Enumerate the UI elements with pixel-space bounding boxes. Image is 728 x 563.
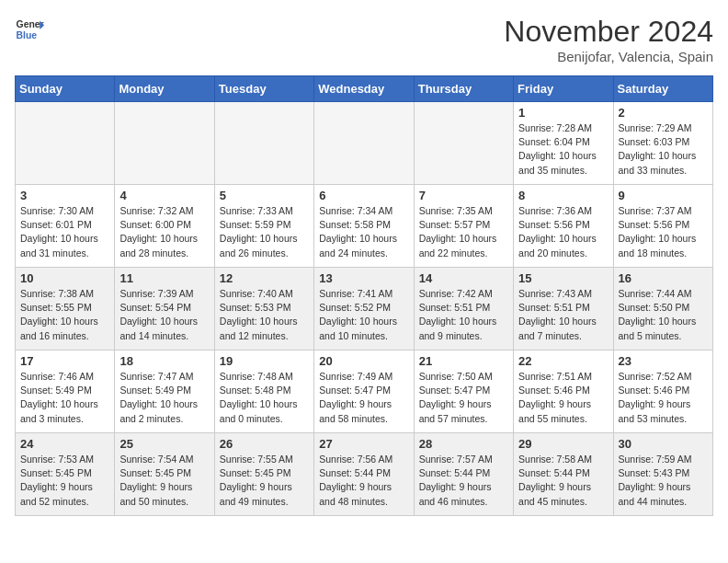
day-info: Sunrise: 7:46 AMSunset: 5:49 PMDaylight:… [20, 370, 109, 426]
day-number: 13 [319, 271, 408, 285]
day-info: Sunrise: 7:48 AMSunset: 5:48 PMDaylight:… [220, 370, 309, 426]
weekday-header-thursday: Thursday [414, 76, 513, 102]
day-number: 17 [20, 354, 109, 368]
calendar-cell: 14Sunrise: 7:42 AMSunset: 5:51 PMDayligh… [414, 268, 513, 350]
calendar-cell [214, 102, 313, 185]
day-info: Sunrise: 7:30 AMSunset: 6:01 PMDaylight:… [20, 204, 109, 260]
calendar-cell: 23Sunrise: 7:52 AMSunset: 5:46 PMDayligh… [613, 350, 712, 433]
title-block: November 2024 Benijofar, Valencia, Spain [504, 15, 713, 64]
day-info: Sunrise: 7:50 AMSunset: 5:47 PMDaylight:… [419, 370, 508, 426]
calendar-table: SundayMondayTuesdayWednesdayThursdayFrid… [15, 75, 713, 516]
day-number: 30 [619, 437, 708, 451]
calendar-week-5: 24Sunrise: 7:53 AMSunset: 5:45 PMDayligh… [16, 433, 713, 516]
calendar-week-2: 3Sunrise: 7:30 AMSunset: 6:01 PMDaylight… [16, 185, 713, 268]
calendar-cell: 30Sunrise: 7:59 AMSunset: 5:43 PMDayligh… [613, 433, 712, 516]
day-number: 16 [619, 271, 708, 285]
calendar-cell [314, 102, 414, 185]
calendar-cell: 15Sunrise: 7:43 AMSunset: 5:51 PMDayligh… [514, 268, 613, 350]
day-info: Sunrise: 7:29 AMSunset: 6:03 PMDaylight:… [619, 121, 708, 178]
day-number: 27 [319, 437, 408, 451]
day-number: 25 [119, 437, 209, 451]
day-number: 19 [220, 354, 309, 368]
calendar-cell: 7Sunrise: 7:35 AMSunset: 5:57 PMDaylight… [414, 185, 513, 268]
logo: General Blue [15, 15, 44, 44]
day-info: Sunrise: 7:43 AMSunset: 5:51 PMDaylight:… [518, 287, 608, 343]
day-info: Sunrise: 7:35 AMSunset: 5:57 PMDaylight:… [419, 204, 508, 260]
calendar-cell [115, 102, 214, 185]
day-info: Sunrise: 7:55 AMSunset: 5:45 PMDaylight:… [220, 453, 309, 509]
calendar-cell: 21Sunrise: 7:50 AMSunset: 5:47 PMDayligh… [414, 350, 513, 433]
day-info: Sunrise: 7:39 AMSunset: 5:54 PMDaylight:… [119, 287, 209, 343]
day-info: Sunrise: 7:41 AMSunset: 5:52 PMDaylight:… [319, 287, 408, 343]
day-info: Sunrise: 7:40 AMSunset: 5:53 PMDaylight:… [220, 287, 309, 343]
calendar-week-4: 17Sunrise: 7:46 AMSunset: 5:49 PMDayligh… [16, 350, 713, 433]
day-info: Sunrise: 7:51 AMSunset: 5:46 PMDaylight:… [518, 370, 608, 426]
day-number: 8 [518, 189, 608, 202]
calendar-cell: 2Sunrise: 7:29 AMSunset: 6:03 PMDaylight… [613, 102, 712, 185]
day-info: Sunrise: 7:37 AMSunset: 5:56 PMDaylight:… [619, 204, 708, 260]
calendar-cell: 3Sunrise: 7:30 AMSunset: 6:01 PMDaylight… [16, 185, 115, 268]
day-number: 26 [220, 437, 309, 451]
day-number: 3 [20, 189, 109, 202]
day-number: 18 [119, 354, 209, 368]
month-title: November 2024 [504, 15, 713, 49]
calendar-cell: 28Sunrise: 7:57 AMSunset: 5:44 PMDayligh… [414, 433, 513, 516]
page-header: General Blue November 2024 Benijofar, Va… [15, 15, 713, 64]
weekday-header-tuesday: Tuesday [214, 76, 313, 102]
location: Benijofar, Valencia, Spain [504, 49, 713, 64]
day-number: 6 [319, 189, 408, 202]
calendar-cell: 13Sunrise: 7:41 AMSunset: 5:52 PMDayligh… [314, 268, 414, 350]
calendar-cell: 17Sunrise: 7:46 AMSunset: 5:49 PMDayligh… [16, 350, 115, 433]
day-number: 12 [220, 271, 309, 285]
day-number: 5 [220, 189, 309, 202]
day-info: Sunrise: 7:49 AMSunset: 5:47 PMDaylight:… [319, 370, 408, 426]
day-info: Sunrise: 7:28 AMSunset: 6:04 PMDaylight:… [518, 121, 608, 178]
calendar-cell: 18Sunrise: 7:47 AMSunset: 5:49 PMDayligh… [115, 350, 214, 433]
calendar-cell: 29Sunrise: 7:58 AMSunset: 5:44 PMDayligh… [514, 433, 613, 516]
calendar-cell: 26Sunrise: 7:55 AMSunset: 5:45 PMDayligh… [214, 433, 313, 516]
day-info: Sunrise: 7:59 AMSunset: 5:43 PMDaylight:… [619, 453, 708, 509]
calendar-week-3: 10Sunrise: 7:38 AMSunset: 5:55 PMDayligh… [16, 268, 713, 350]
calendar-cell: 22Sunrise: 7:51 AMSunset: 5:46 PMDayligh… [514, 350, 613, 433]
calendar-cell: 9Sunrise: 7:37 AMSunset: 5:56 PMDaylight… [613, 185, 712, 268]
day-number: 29 [518, 437, 608, 451]
day-number: 10 [20, 271, 109, 285]
weekday-header-row: SundayMondayTuesdayWednesdayThursdayFrid… [16, 76, 713, 102]
weekday-header-friday: Friday [514, 76, 613, 102]
day-info: Sunrise: 7:38 AMSunset: 5:55 PMDaylight:… [20, 287, 109, 343]
calendar-cell: 5Sunrise: 7:33 AMSunset: 5:59 PMDaylight… [214, 185, 313, 268]
day-number: 28 [419, 437, 508, 451]
weekday-header-monday: Monday [115, 76, 214, 102]
day-number: 1 [518, 106, 608, 120]
day-number: 11 [119, 271, 209, 285]
calendar-cell: 25Sunrise: 7:54 AMSunset: 5:45 PMDayligh… [115, 433, 214, 516]
day-number: 24 [20, 437, 109, 451]
day-info: Sunrise: 7:56 AMSunset: 5:44 PMDaylight:… [319, 453, 408, 509]
calendar-cell: 19Sunrise: 7:48 AMSunset: 5:48 PMDayligh… [214, 350, 313, 433]
calendar-cell: 27Sunrise: 7:56 AMSunset: 5:44 PMDayligh… [314, 433, 414, 516]
day-number: 2 [619, 106, 708, 120]
calendar-cell: 12Sunrise: 7:40 AMSunset: 5:53 PMDayligh… [214, 268, 313, 350]
logo-icon: General Blue [15, 15, 44, 44]
calendar-cell: 24Sunrise: 7:53 AMSunset: 5:45 PMDayligh… [16, 433, 115, 516]
day-info: Sunrise: 7:36 AMSunset: 5:56 PMDaylight:… [518, 204, 608, 260]
day-info: Sunrise: 7:32 AMSunset: 6:00 PMDaylight:… [119, 204, 209, 260]
day-info: Sunrise: 7:34 AMSunset: 5:58 PMDaylight:… [319, 204, 408, 260]
day-info: Sunrise: 7:58 AMSunset: 5:44 PMDaylight:… [518, 453, 608, 509]
weekday-header-saturday: Saturday [613, 76, 712, 102]
calendar-cell [16, 102, 115, 185]
day-number: 21 [419, 354, 508, 368]
calendar-cell: 10Sunrise: 7:38 AMSunset: 5:55 PMDayligh… [16, 268, 115, 350]
weekday-header-sunday: Sunday [16, 76, 115, 102]
calendar-cell [414, 102, 513, 185]
calendar-week-1: 1Sunrise: 7:28 AMSunset: 6:04 PMDaylight… [16, 102, 713, 185]
weekday-header-wednesday: Wednesday [314, 76, 414, 102]
day-number: 4 [119, 189, 209, 202]
day-info: Sunrise: 7:33 AMSunset: 5:59 PMDaylight:… [220, 204, 309, 260]
day-info: Sunrise: 7:54 AMSunset: 5:45 PMDaylight:… [119, 453, 209, 509]
calendar-cell: 20Sunrise: 7:49 AMSunset: 5:47 PMDayligh… [314, 350, 414, 433]
day-number: 9 [619, 189, 708, 202]
calendar-cell: 6Sunrise: 7:34 AMSunset: 5:58 PMDaylight… [314, 185, 414, 268]
day-number: 22 [518, 354, 608, 368]
day-info: Sunrise: 7:57 AMSunset: 5:44 PMDaylight:… [419, 453, 508, 509]
